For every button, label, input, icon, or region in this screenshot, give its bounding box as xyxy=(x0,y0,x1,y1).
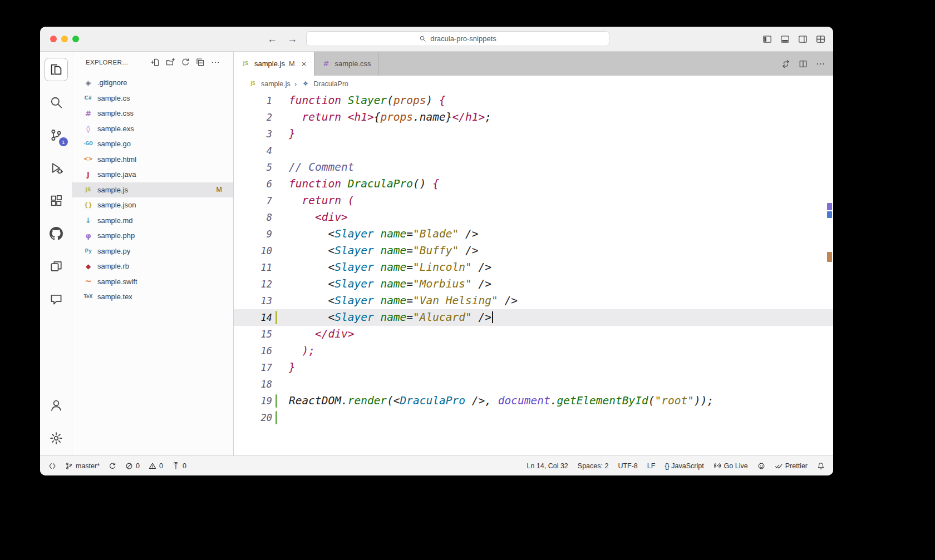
toggle-secondary-sidebar-button[interactable] xyxy=(798,34,808,44)
status-prettier[interactable]: Prettier xyxy=(775,462,808,470)
activitybar-remote-explorer[interactable] xyxy=(40,250,72,283)
status-notifications[interactable] xyxy=(817,462,825,470)
refresh-explorer-button[interactable] xyxy=(181,58,190,67)
code-line-19[interactable]: 19ReactDOM.render(<DraculaPro />, docume… xyxy=(234,393,833,409)
explorer-more-actions-button[interactable]: ⋯ xyxy=(211,58,220,66)
branch-icon xyxy=(65,462,73,470)
code-lines: 1function Slayer(props) {2 return <h1>{p… xyxy=(234,92,833,426)
collapse-folders-button[interactable] xyxy=(196,58,205,67)
activitybar-settings[interactable] xyxy=(40,422,72,454)
js-icon: JS xyxy=(83,187,93,192)
new-folder-button[interactable] xyxy=(166,58,175,67)
close-window-button[interactable] xyxy=(50,36,57,42)
layout-bottom-icon xyxy=(780,34,790,44)
file-item-sample.tex[interactable]: TeXsample.tex xyxy=(72,289,233,305)
file-item-sample.swift[interactable]: ~sample.swift xyxy=(72,274,233,290)
toggle-panel-button[interactable] xyxy=(780,34,790,44)
status-language-mode[interactable]: {} JavaScript xyxy=(665,462,703,470)
navigate-back-button[interactable]: ← xyxy=(267,33,277,45)
navigate-forward-button[interactable]: → xyxy=(287,33,297,45)
code-line-3[interactable]: 3} xyxy=(234,126,833,142)
line-number: 2 xyxy=(234,109,272,126)
line-number: 1 xyxy=(234,92,272,109)
code-line-14[interactable]: 14 <Slayer name="Alucard" /> xyxy=(234,309,833,326)
status-indentation[interactable]: Spaces: 2 xyxy=(578,462,609,470)
status-feedback[interactable] xyxy=(757,462,765,470)
status-problems-errors[interactable]: 0 xyxy=(125,462,140,470)
file-item-sample.rb[interactable]: ◆sample.rb xyxy=(72,259,233,274)
sidebar-header: EXPLORER… ⋯ xyxy=(72,52,233,73)
code-line-9[interactable]: 9 <Slayer name="Blade" /> xyxy=(234,226,833,242)
circle-slash-icon xyxy=(125,462,133,470)
code-line-16[interactable]: 16 ); xyxy=(234,343,833,359)
file-item-sample.java[interactable]: Jsample.java xyxy=(72,167,233,182)
file-item-sample.md[interactable]: ↓sample.md xyxy=(72,213,233,229)
code-line-11[interactable]: 11 <Slayer name="Lincoln" /> xyxy=(234,259,833,276)
file-item-.gitignore[interactable]: ◈.gitignore xyxy=(72,75,233,91)
status-cursor-position[interactable]: Ln 14, Col 32 xyxy=(526,462,568,470)
status-remote-indicator[interactable] xyxy=(48,462,56,470)
file-item-sample.js[interactable]: JSsample.jsM xyxy=(72,182,233,198)
activitybar-github[interactable] xyxy=(40,217,72,250)
file-item-sample.json[interactable]: {}sample.json xyxy=(72,197,233,213)
code-line-4[interactable]: 4 xyxy=(234,142,833,159)
file-item-sample.html[interactable]: <>sample.html xyxy=(72,152,233,167)
status-forwarded-ports[interactable]: 0 xyxy=(172,462,186,470)
activitybar-search[interactable] xyxy=(40,86,72,118)
code-line-13[interactable]: 13 <Slayer name="Van Helsing" /> xyxy=(234,293,833,309)
tab-sample.css[interactable]: #sample.css xyxy=(314,52,379,76)
close-tab-button[interactable]: × xyxy=(302,59,307,68)
code-line-20[interactable]: 20 xyxy=(234,409,833,426)
breadcrumb-DraculaPro[interactable]: ❖DraculaPro xyxy=(301,80,348,88)
open-changes-button[interactable] xyxy=(781,60,790,68)
activitybar-run-and-debug[interactable] xyxy=(40,151,72,184)
status-go-live[interactable]: Go Live xyxy=(713,462,748,470)
editor-more-actions-button[interactable]: ⋯ xyxy=(816,60,825,68)
modified-indicator: M xyxy=(289,60,295,68)
activitybar-source-control[interactable]: 1 xyxy=(40,118,72,151)
gutter-space xyxy=(275,194,277,207)
status-git-sync[interactable] xyxy=(109,462,116,470)
code-line-5[interactable]: 5// Comment xyxy=(234,159,833,176)
file-item-sample.go[interactable]: -GOsample.go xyxy=(72,136,233,152)
status-problems-warnings[interactable]: 0 xyxy=(149,462,163,470)
code-line-1[interactable]: 1function Slayer(props) { xyxy=(234,92,833,109)
code-line-8[interactable]: 8 <div> xyxy=(234,209,833,226)
zoom-window-button[interactable] xyxy=(72,36,79,42)
split-editor-button[interactable] xyxy=(799,60,808,68)
warning-icon xyxy=(149,462,156,470)
activitybar-extensions[interactable] xyxy=(40,184,72,217)
file-item-sample.cs[interactable]: C#sample.cs xyxy=(72,91,233,106)
code-line-17[interactable]: 17} xyxy=(234,359,833,376)
code-line-18[interactable]: 18 xyxy=(234,376,833,393)
activitybar-accounts[interactable] xyxy=(40,389,72,422)
code-line-7[interactable]: 7 return ( xyxy=(234,192,833,209)
toggle-primary-sidebar-button[interactable] xyxy=(762,34,772,44)
minimize-window-button[interactable] xyxy=(61,36,68,42)
code-line-6[interactable]: 6function DraculaPro() { xyxy=(234,176,833,192)
file-item-sample.exs[interactable]: ◊sample.exs xyxy=(72,121,233,137)
command-center-search[interactable]: dracula-pro-snippets xyxy=(306,31,609,46)
customize-layout-button[interactable] xyxy=(816,34,825,44)
line-number: 11 xyxy=(234,259,272,276)
status-eol-sequence[interactable]: LF xyxy=(647,462,656,470)
tab-sample.js[interactable]: JSsample.jsM× xyxy=(234,52,314,76)
activitybar-comments[interactable] xyxy=(40,283,72,315)
file-item-sample.py[interactable]: Pysample.py xyxy=(72,244,233,259)
double-check-icon xyxy=(775,462,783,470)
line-number: 13 xyxy=(234,293,272,309)
code-line-15[interactable]: 15 </div> xyxy=(234,326,833,343)
new-file-button[interactable] xyxy=(151,58,160,67)
code-line-10[interactable]: 10 <Slayer name="Buffy" /> xyxy=(234,242,833,259)
status-git-branch[interactable]: master* xyxy=(65,462,100,470)
breadcrumb-sample.js[interactable]: JSsample.js xyxy=(248,80,291,88)
file-item-sample.php[interactable]: φsample.php xyxy=(72,228,233,244)
code-editor[interactable]: 1function Slayer(props) {2 return <h1>{p… xyxy=(234,92,833,455)
code-line-2[interactable]: 2 return <h1>{props.name}</h1>; xyxy=(234,109,833,126)
css-icon: # xyxy=(322,60,331,67)
status-encoding[interactable]: UTF-8 xyxy=(618,462,637,470)
code-line-12[interactable]: 12 <Slayer name="Morbius" /> xyxy=(234,276,833,293)
status-bar: master*000 Ln 14, Col 32Spaces: 2UTF-8LF… xyxy=(40,455,833,475)
file-item-sample.css[interactable]: #sample.css xyxy=(72,106,233,121)
activitybar-explorer[interactable] xyxy=(40,53,72,86)
